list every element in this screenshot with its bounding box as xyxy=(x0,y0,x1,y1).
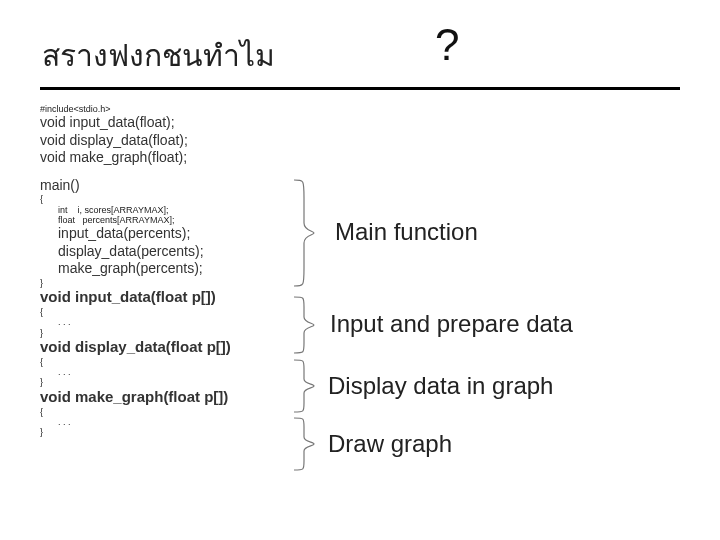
code-main-sig: main() xyxy=(40,177,330,195)
code-fn1-body: . . . xyxy=(40,317,330,327)
code-fn1-sig: void input_data(float p[]) xyxy=(40,288,330,307)
code-fn2-close: } xyxy=(40,377,330,387)
code-decl-2: float percents[ARRAYMAX]; xyxy=(40,215,330,225)
code-fn3-sig: void make_graph(float p[]) xyxy=(40,388,330,407)
code-main-body-1: input_data(percents); xyxy=(40,225,330,243)
code-main-open: { xyxy=(40,194,330,204)
code-fn1-close: } xyxy=(40,328,330,338)
code-proto-3: void make_graph(float); xyxy=(40,149,330,167)
brace-main xyxy=(290,178,316,288)
brace-draw xyxy=(290,416,316,472)
label-draw-graph: Draw graph xyxy=(328,430,452,458)
code-decl-2-kw: float xyxy=(58,215,75,225)
code-fn1-open: { xyxy=(40,307,330,317)
brace-display xyxy=(290,358,316,414)
code-proto-1: void input_data(float); xyxy=(40,114,330,132)
code-fn3-body: . . . xyxy=(40,417,330,427)
code-main-body-2: display_data(percents); xyxy=(40,243,330,261)
page-title-right: ? xyxy=(435,20,459,70)
code-main-close: } xyxy=(40,278,330,288)
label-main-function: Main function xyxy=(335,218,478,246)
code-proto-2: void display_data(float); xyxy=(40,132,330,150)
code-decl-1: int i, scores[ARRAYMAX]; xyxy=(40,205,330,215)
brace-input xyxy=(290,295,316,355)
page-title-left: สรางฟงกชนทำไม xyxy=(42,32,275,79)
code-fn2-open: { xyxy=(40,357,330,367)
code-decl-1-rest: i, scores[ARRAYMAX]; xyxy=(78,205,169,215)
code-fn3-close: } xyxy=(40,427,330,437)
code-fn2-body: . . . xyxy=(40,367,330,377)
code-main-body-3: make_graph(percents); xyxy=(40,260,330,278)
code-decl-2-rest: percents[ARRAYMAX]; xyxy=(83,215,175,225)
code-fn3-open: { xyxy=(40,407,330,417)
code-decl-1-kw: int xyxy=(58,205,68,215)
code-include: #include<stdio.h> xyxy=(40,104,330,114)
code-column: #include<stdio.h> void input_data(float)… xyxy=(40,104,330,438)
label-display-data: Display data in graph xyxy=(328,372,553,400)
label-input-prepare: Input and prepare data xyxy=(330,310,573,338)
code-fn2-sig: void display_data(float p[]) xyxy=(40,338,330,357)
